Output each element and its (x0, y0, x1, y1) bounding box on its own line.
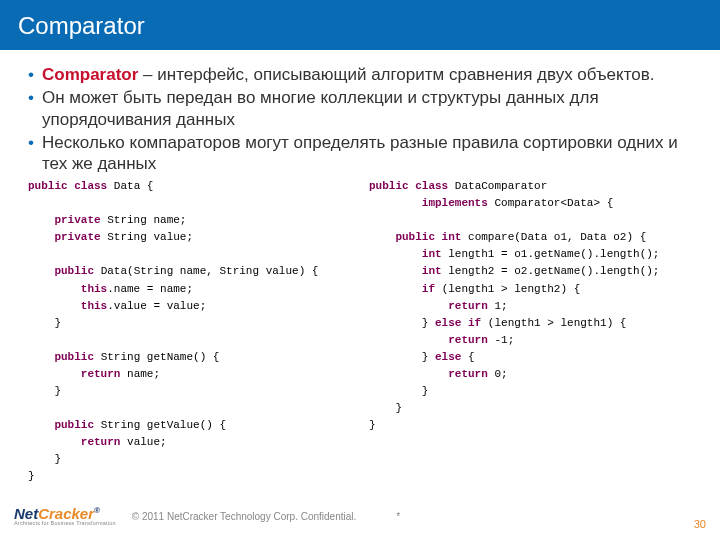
logo: NetCracker® Architects for Business Tran… (14, 506, 116, 527)
code-right: public class DataComparator implements C… (369, 178, 698, 485)
logo-reg: ® (94, 506, 100, 515)
copyright-text: © 2011 NetCracker Technology Corp. Confi… (132, 511, 357, 522)
bullet-list: Comparator – интерфейс, описывающий алго… (28, 64, 698, 174)
code-columns: public class Data { private String name;… (28, 178, 698, 485)
slide-body: Comparator – интерфейс, описывающий алго… (0, 50, 720, 493)
slide-title: Comparator (0, 0, 720, 50)
page-number: 30 (694, 518, 706, 530)
footer: NetCracker® Architects for Business Tran… (0, 492, 720, 540)
bullet-term: Comparator (42, 65, 138, 84)
logo-tagline: Architects for Business Transformation (14, 521, 116, 527)
footer-star: * (396, 511, 400, 522)
code-left: public class Data { private String name;… (28, 178, 357, 485)
logo-text: NetCracker® (14, 506, 116, 521)
bullet-item: Comparator – интерфейс, описывающий алго… (28, 64, 698, 85)
bullet-item: Он может быть передан во многие коллекци… (28, 87, 698, 130)
bullet-item: Несколько компараторов могут определять … (28, 132, 698, 175)
